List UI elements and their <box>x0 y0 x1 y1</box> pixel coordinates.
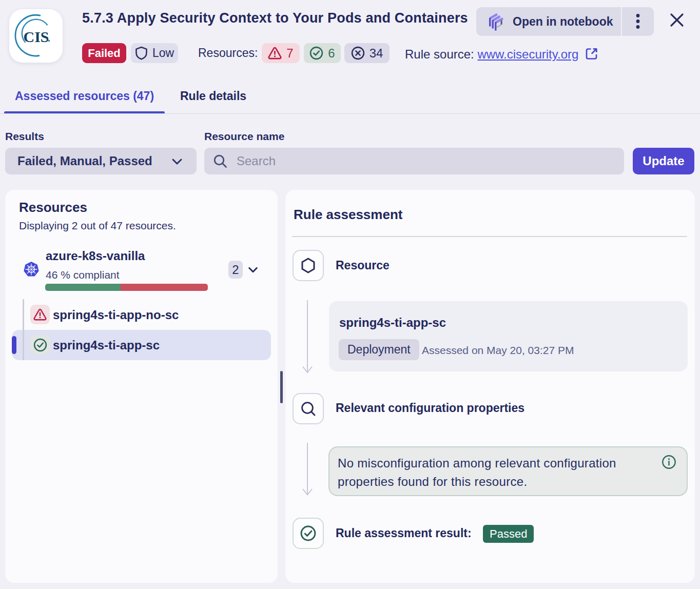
svg-text:CIS: CIS <box>24 28 49 45</box>
